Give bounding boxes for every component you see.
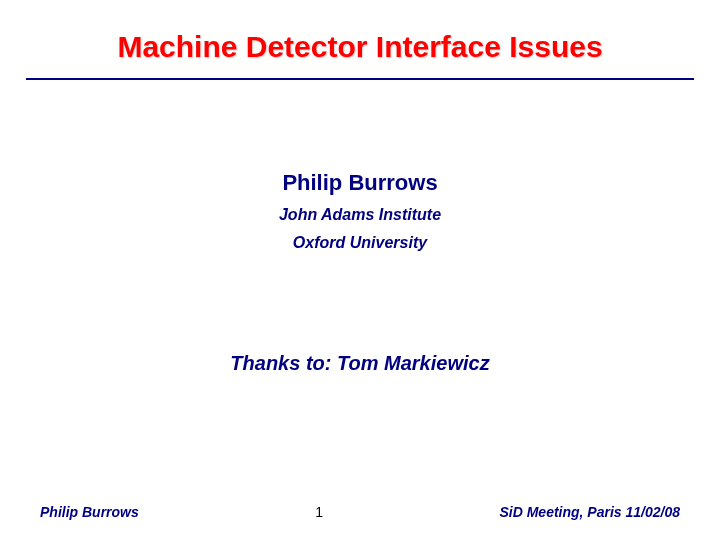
slide-title: Machine Detector Interface Issues xyxy=(0,0,720,78)
title-divider xyxy=(26,78,694,80)
author-university: Oxford University xyxy=(0,234,720,252)
author-block: Philip Burrows John Adams Institute Oxfo… xyxy=(0,170,720,252)
slide-footer: Philip Burrows 1 SiD Meeting, Paris 11/0… xyxy=(0,504,720,520)
footer-author: Philip Burrows xyxy=(40,504,139,520)
footer-page-number: 1 xyxy=(315,504,323,520)
author-institute: John Adams Institute xyxy=(0,206,720,224)
footer-meeting: SiD Meeting, Paris 11/02/08 xyxy=(499,504,680,520)
thanks-line: Thanks to: Tom Markiewicz xyxy=(0,352,720,375)
author-name: Philip Burrows xyxy=(0,170,720,196)
